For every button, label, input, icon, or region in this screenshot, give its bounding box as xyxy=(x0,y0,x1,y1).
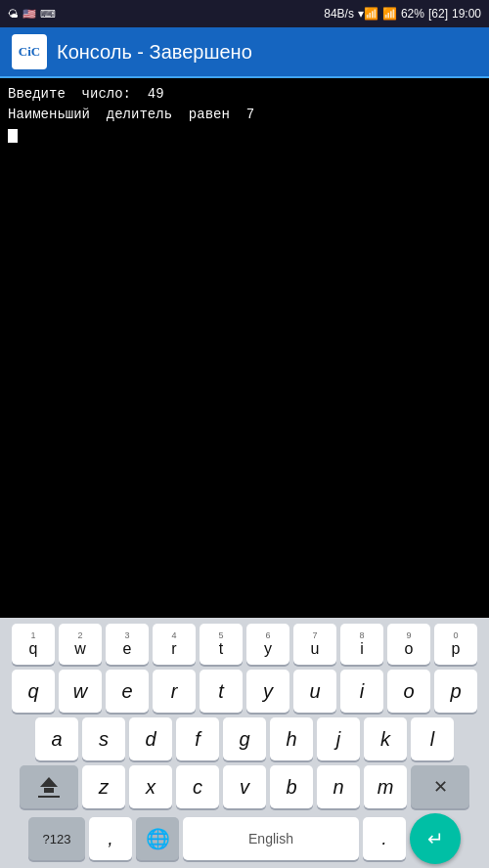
battery-percent: 62% xyxy=(401,7,424,21)
key-7[interactable]: 7u xyxy=(293,624,336,665)
key-1[interactable]: 1q xyxy=(12,624,55,665)
key-3[interactable]: 3e xyxy=(106,624,149,665)
key-5[interactable]: 5t xyxy=(200,624,243,665)
key-p[interactable]: p xyxy=(434,670,477,713)
shift-icon xyxy=(38,777,60,798)
period-key[interactable]: . xyxy=(363,817,406,860)
console-cursor-line xyxy=(8,125,481,146)
key-9[interactable]: 9o xyxy=(387,624,430,665)
key-y[interactable]: y xyxy=(246,670,289,713)
key-e[interactable]: e xyxy=(106,670,149,713)
key-l[interactable]: l xyxy=(411,717,454,760)
time: 19:00 xyxy=(452,7,481,21)
key-j[interactable]: j xyxy=(317,717,360,760)
key-h[interactable]: h xyxy=(270,717,313,760)
cloud-icon: 🌤 xyxy=(8,8,19,20)
globe-key[interactable]: 🌐 xyxy=(136,817,179,860)
status-bar: 🌤 🇺🇸 ⌨ 84B/s ▾📶 📶 62% [62] 19:00 xyxy=(0,0,489,27)
key-2[interactable]: 2w xyxy=(59,624,102,665)
key-x[interactable]: x xyxy=(129,765,172,808)
shift-key[interactable] xyxy=(20,765,78,808)
wifi-icon: ▾📶 xyxy=(358,7,378,21)
keyboard: 1q 2w 3e 4r 5t 6y 7u 8i 9o 0p q w e r t … xyxy=(0,618,489,868)
key-d[interactable]: d xyxy=(129,717,172,760)
key-w[interactable]: w xyxy=(59,670,102,713)
console-line-2: Наименьший делитель равен 7 xyxy=(8,105,481,125)
console-area: Введите число: 49 Наименьший делитель ра… xyxy=(0,78,489,618)
key-m[interactable]: m xyxy=(364,765,407,808)
cursor xyxy=(8,129,18,143)
app-icon: CiC xyxy=(12,34,47,69)
fn-key[interactable]: ?123 xyxy=(28,817,85,860)
key-f[interactable]: f xyxy=(176,717,219,760)
key-c[interactable]: c xyxy=(176,765,219,808)
bottom-row: ?123 , 🌐 English . ↵ xyxy=(4,813,485,864)
letter-row-1: q w e r t y u i o p xyxy=(4,670,485,713)
console-line-1: Введите число: 49 xyxy=(8,84,481,105)
status-left: 🌤 🇺🇸 ⌨ xyxy=(8,8,56,21)
battery-icon: [62] xyxy=(428,7,448,21)
number-row: 1q 2w 3e 4r 5t 6y 7u 8i 9o 0p xyxy=(4,624,485,665)
key-0[interactable]: 0p xyxy=(434,624,477,665)
key-o[interactable]: o xyxy=(387,670,430,713)
key-v[interactable]: v xyxy=(223,765,266,808)
letter-row-3: z x c v b n m ✕ xyxy=(4,765,485,808)
title-bar: CiC Консоль - Завершено xyxy=(0,27,489,78)
key-z[interactable]: z xyxy=(82,765,125,808)
letter-row-2: a s d f g h j k l xyxy=(4,717,485,760)
key-r[interactable]: r xyxy=(153,670,196,713)
key-n[interactable]: n xyxy=(317,765,360,808)
key-s[interactable]: s xyxy=(82,717,125,760)
backspace-key[interactable]: ✕ xyxy=(411,765,469,808)
key-6[interactable]: 6y xyxy=(246,624,289,665)
space-key[interactable]: English xyxy=(183,817,359,860)
key-q[interactable]: q xyxy=(12,670,55,713)
keyboard-icon: ⌨ xyxy=(40,8,56,21)
key-u[interactable]: u xyxy=(293,670,336,713)
key-i[interactable]: i xyxy=(340,670,383,713)
key-8[interactable]: 8i xyxy=(340,624,383,665)
enter-key[interactable]: ↵ xyxy=(410,813,461,864)
key-k[interactable]: k xyxy=(364,717,407,760)
app-title: Консоль - Завершено xyxy=(57,41,252,64)
comma-key[interactable]: , xyxy=(89,817,132,860)
signal-icon: 📶 xyxy=(382,7,397,21)
network-speed: 84B/s xyxy=(324,7,354,21)
key-4[interactable]: 4r xyxy=(153,624,196,665)
flag-icon: 🇺🇸 xyxy=(22,8,36,21)
key-t[interactable]: t xyxy=(200,670,243,713)
key-g[interactable]: g xyxy=(223,717,266,760)
key-a[interactable]: a xyxy=(35,717,78,760)
key-b[interactable]: b xyxy=(270,765,313,808)
status-right: 84B/s ▾📶 📶 62% [62] 19:00 xyxy=(324,7,481,21)
